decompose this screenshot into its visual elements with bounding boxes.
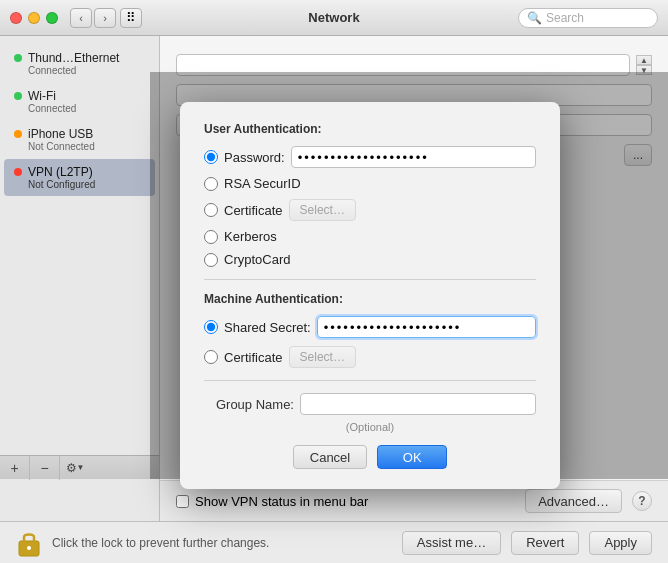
machine-certificate-select-button[interactable]: Select…	[289, 346, 356, 368]
group-name-label: Group Name:	[204, 397, 294, 412]
minimize-button[interactable]	[28, 12, 40, 24]
password-row: Password:	[204, 146, 536, 168]
footer: Click the lock to prevent further change…	[0, 521, 668, 563]
advanced-button[interactable]: Advanced…	[525, 489, 622, 513]
dialog-overlay: User Authentication: Password: RSA Secur…	[150, 72, 668, 479]
kerberos-row: Kerberos	[204, 229, 536, 244]
shared-secret-radio[interactable]	[204, 320, 218, 334]
titlebar: ‹ › ⠿ Network 🔍 Search	[0, 0, 668, 36]
sidebar-item-status: Connected	[28, 103, 76, 114]
revert-button[interactable]: Revert	[511, 531, 579, 555]
assist-me-button[interactable]: Assist me…	[402, 531, 501, 555]
forward-button[interactable]: ›	[94, 8, 116, 28]
svg-point-1	[27, 546, 31, 550]
show-vpn-checkbox-row: Show VPN status in menu bar	[176, 494, 368, 509]
certificate-row: Certificate Select…	[204, 199, 536, 221]
sidebar-item-thunderbolt[interactable]: Thund…Ethernet Connected	[4, 45, 155, 82]
add-network-button[interactable]: +	[0, 456, 30, 480]
group-name-row: Group Name:	[204, 393, 536, 415]
sidebar-item-name: Wi-Fi	[28, 89, 76, 103]
stepper-up[interactable]: ▲	[636, 55, 652, 65]
rsa-row: RSA SecurID	[204, 176, 536, 191]
status-dot-red	[14, 168, 22, 176]
nav-buttons: ‹ ›	[70, 8, 116, 28]
sidebar-item-status: Connected	[28, 65, 119, 76]
dialog-buttons: Cancel OK	[204, 445, 536, 469]
shared-secret-row: Shared Secret:	[204, 316, 536, 338]
status-dot-green	[14, 54, 22, 62]
shared-secret-input[interactable]	[317, 316, 536, 338]
divider-2	[204, 380, 536, 381]
password-label: Password:	[224, 150, 285, 165]
cryptocard-radio[interactable]	[204, 253, 218, 267]
sidebar: Thund…Ethernet Connected Wi-Fi Connected…	[0, 36, 160, 521]
certificate-select-button[interactable]: Select…	[289, 199, 356, 221]
status-dot-green	[14, 92, 22, 100]
remove-network-button[interactable]: −	[30, 456, 60, 480]
sidebar-toolbar: + − ⚙ ▼	[0, 455, 160, 479]
lock-icon[interactable]	[16, 528, 42, 558]
kerberos-label: Kerberos	[224, 229, 277, 244]
rsa-radio[interactable]	[204, 177, 218, 191]
sidebar-item-status: Not Configured	[28, 179, 95, 190]
show-vpn-label: Show VPN status in menu bar	[195, 494, 368, 509]
sidebar-item-wifi[interactable]: Wi-Fi Connected	[4, 83, 155, 120]
maximize-button[interactable]	[46, 12, 58, 24]
back-button[interactable]: ‹	[70, 8, 92, 28]
auth-dialog: User Authentication: Password: RSA Secur…	[180, 102, 560, 489]
rsa-label: RSA SecurID	[224, 176, 301, 191]
cancel-button[interactable]: Cancel	[293, 445, 367, 469]
footer-lock-text: Click the lock to prevent further change…	[52, 536, 392, 550]
sidebar-item-status: Not Connected	[28, 141, 95, 152]
cryptocard-label: CryptoCard	[224, 252, 290, 267]
grid-button[interactable]: ⠿	[120, 8, 142, 28]
traffic-lights	[10, 12, 58, 24]
sidebar-item-name: VPN (L2TP)	[28, 165, 95, 179]
search-placeholder: Search	[546, 11, 584, 25]
certificate-label: Certificate	[224, 203, 283, 218]
group-name-input[interactable]	[300, 393, 536, 415]
machine-certificate-radio[interactable]	[204, 350, 218, 364]
apply-button[interactable]: Apply	[589, 531, 652, 555]
optional-hint: (Optional)	[204, 421, 536, 433]
sidebar-item-iphone-usb[interactable]: iPhone USB Not Connected	[4, 121, 155, 158]
sidebar-item-vpn[interactable]: VPN (L2TP) Not Configured	[4, 159, 155, 196]
sidebar-item-name: iPhone USB	[28, 127, 95, 141]
gear-button[interactable]: ⚙ ▼	[60, 456, 90, 480]
search-icon: 🔍	[527, 11, 542, 25]
window-title: Network	[308, 10, 359, 25]
certificate-radio[interactable]	[204, 203, 218, 217]
password-input[interactable]	[291, 146, 536, 168]
search-box[interactable]: 🔍 Search	[518, 8, 658, 28]
chevron-down-icon: ▼	[77, 463, 85, 472]
help-button[interactable]: ?	[632, 491, 652, 511]
password-radio[interactable]	[204, 150, 218, 164]
close-button[interactable]	[10, 12, 22, 24]
machine-certificate-label: Certificate	[224, 350, 283, 365]
divider	[204, 279, 536, 280]
status-dot-yellow	[14, 130, 22, 138]
shared-secret-label: Shared Secret:	[224, 320, 311, 335]
cryptocard-row: CryptoCard	[204, 252, 536, 267]
ok-button[interactable]: OK	[377, 445, 447, 469]
gear-icon: ⚙	[66, 461, 77, 475]
machine-auth-title: Machine Authentication:	[204, 292, 536, 306]
user-auth-title: User Authentication:	[204, 122, 536, 136]
machine-certificate-row: Certificate Select…	[204, 346, 536, 368]
kerberos-radio[interactable]	[204, 230, 218, 244]
show-vpn-checkbox[interactable]	[176, 495, 189, 508]
sidebar-item-name: Thund…Ethernet	[28, 51, 119, 65]
